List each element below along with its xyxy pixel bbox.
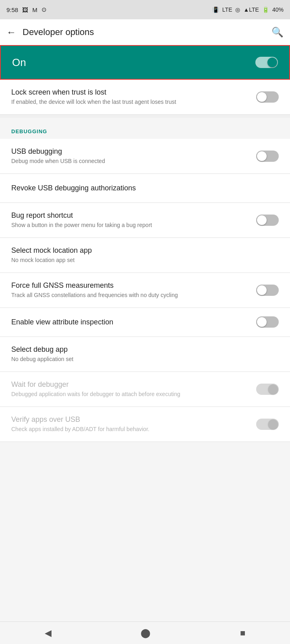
gnss-toggle[interactable] [256, 285, 279, 296]
nav-back-button[interactable]: ◀ [45, 628, 52, 638]
setting-wait-debugger-primary: Wait for debugger [11, 380, 250, 389]
signal-icon: LTE [222, 6, 232, 13]
setting-mock-location[interactable]: Select mock location app No mock locatio… [0, 238, 290, 273]
verify-usb-toggle-knob [268, 419, 278, 429]
lte-signal-icon: ▲LTE [243, 6, 259, 13]
lock-screen-trust-toggle[interactable] [256, 91, 279, 103]
status-left: 9:58 🖼 M ⊙ [6, 6, 47, 13]
lock-screen-trust-toggle-knob [257, 92, 267, 102]
developer-on-banner[interactable]: On [0, 45, 290, 80]
developer-on-label: On [12, 56, 26, 69]
gnss-toggle-knob [257, 285, 267, 295]
setting-debug-app[interactable]: Select debug app No debug application se… [0, 337, 290, 372]
setting-verify-usb: Verify apps over USB Check apps installe… [0, 407, 290, 442]
view-attr-toggle[interactable] [256, 316, 279, 328]
setting-view-attr[interactable]: Enable view attribute inspection [0, 308, 290, 337]
verify-usb-toggle [256, 419, 279, 430]
vibrate-icon: 📳 [212, 6, 219, 13]
setting-debug-app-secondary: No debug application set [11, 355, 272, 363]
search-button[interactable]: 🔍 [271, 27, 284, 38]
status-bar: 9:58 🖼 M ⊙ 📳 LTE ◎ ▲LTE 🔋 40% [0, 0, 290, 19]
wait-debugger-toggle-knob [268, 384, 278, 394]
nav-home-button[interactable]: ⬤ [141, 628, 151, 638]
separator-1 [0, 115, 290, 118]
setting-usb-debugging-secondary: Debug mode when USB is connected [11, 157, 250, 165]
setting-usb-debugging[interactable]: USB debugging Debug mode when USB is con… [0, 139, 290, 174]
page-title: Developer options [23, 27, 265, 37]
setting-bug-report-secondary: Show a button in the power menu for taki… [11, 221, 250, 229]
setting-lock-screen-trust-secondary: If enabled, the device will lock when th… [11, 98, 250, 106]
bug-report-toggle[interactable] [256, 215, 279, 226]
setting-gnss-primary: Force full GNSS measurements [11, 281, 250, 290]
setting-gnss-secondary: Track all GNSS constellations and freque… [11, 291, 250, 299]
developer-on-toggle[interactable] [255, 57, 278, 68]
debugging-section-header: DEBUGGING [0, 118, 290, 139]
view-attr-toggle-knob [257, 317, 267, 327]
setting-lock-screen-trust-primary: Lock screen when trust is lost [11, 88, 250, 97]
setting-view-attr-primary: Enable view attribute inspection [11, 318, 250, 327]
usb-debugging-toggle[interactable] [256, 151, 279, 162]
developer-on-toggle-knob [267, 58, 277, 67]
lock-screen-section: Lock screen when trust is lost If enable… [0, 80, 290, 115]
setting-gnss[interactable]: Force full GNSS measurements Track all G… [0, 273, 290, 308]
bug-report-toggle-knob [257, 215, 267, 225]
setting-verify-usb-primary: Verify apps over USB [11, 415, 250, 424]
wifi-icon: ◎ [235, 6, 240, 13]
setting-mock-location-secondary: No mock location app set [11, 256, 272, 264]
setting-wait-debugger: Wait for debugger Debugged application w… [0, 372, 290, 407]
setting-lock-screen-trust[interactable]: Lock screen when trust is lost If enable… [0, 80, 290, 115]
battery-percent: 40% [272, 6, 284, 13]
status-right: 📳 LTE ◎ ▲LTE 🔋 40% [212, 6, 284, 13]
setting-wait-debugger-secondary: Debugged application waits for debugger … [11, 390, 250, 398]
setting-verify-usb-secondary: Check apps installed by ADB/ADT for harm… [11, 425, 250, 433]
debugging-label: DEBUGGING [11, 128, 47, 134]
setting-bug-report[interactable]: Bug report shortcut Show a button in the… [0, 203, 290, 238]
usb-debugging-toggle-knob [257, 151, 267, 161]
setting-usb-debugging-primary: USB debugging [11, 147, 250, 156]
camera-icon: ⊙ [41, 6, 47, 13]
nav-recent-button[interactable]: ■ [240, 628, 245, 638]
setting-revoke-usb-primary: Revoke USB debugging authorizations [11, 184, 272, 193]
debugging-section: USB debugging Debug mode when USB is con… [0, 139, 290, 442]
app-bar: ← Developer options 🔍 [0, 19, 290, 45]
back-button[interactable]: ← [6, 27, 16, 38]
mail-icon: M [32, 6, 37, 13]
setting-mock-location-primary: Select mock location app [11, 246, 272, 255]
time: 9:58 [6, 6, 18, 13]
setting-revoke-usb[interactable]: Revoke USB debugging authorizations [0, 174, 290, 203]
wait-debugger-toggle [256, 384, 279, 395]
gallery-icon: 🖼 [22, 6, 28, 13]
battery-icon: 🔋 [262, 6, 269, 13]
page-content: On Lock screen when trust is lost If ena… [0, 45, 290, 464]
setting-debug-app-primary: Select debug app [11, 345, 272, 354]
nav-bar: ◀ ⬤ ■ [0, 621, 290, 644]
setting-bug-report-primary: Bug report shortcut [11, 211, 250, 220]
